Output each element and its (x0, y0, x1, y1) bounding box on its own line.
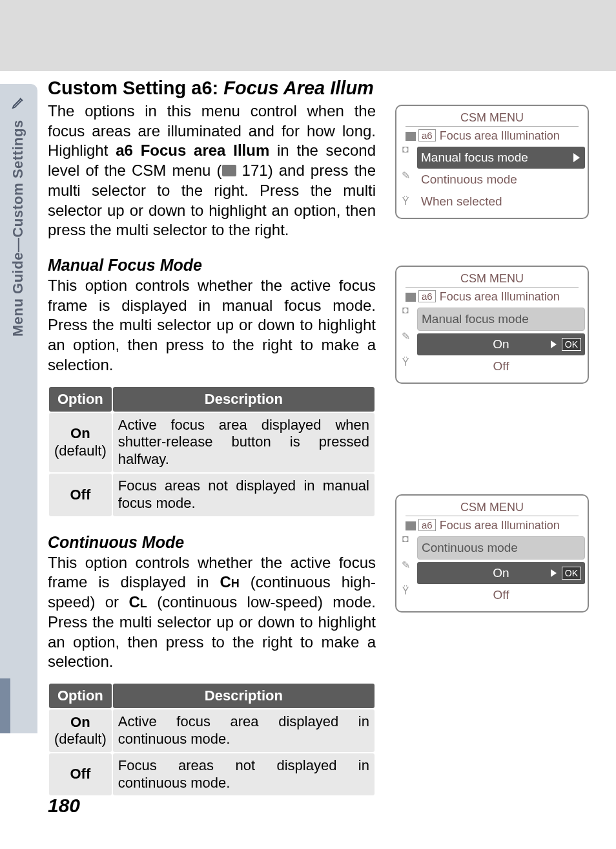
col-option: Option (49, 684, 112, 708)
intro-paragraph: The options in this menu control when th… (48, 101, 376, 240)
opt-off-desc: Focus areas not displayed in continuous … (113, 753, 375, 796)
wrench-icon: Ÿ (402, 196, 409, 207)
menu-item-manual-focus[interactable]: Manual focus mode (417, 147, 585, 169)
manual-options-table: Option Description On(default) Active fo… (48, 386, 376, 518)
pencil-icon: ✎ (402, 330, 410, 342)
option-on-selected[interactable]: OnOK (417, 562, 585, 584)
camera-icon: ◘ (402, 533, 409, 545)
play-icon (406, 293, 416, 302)
opt-on: On (70, 714, 90, 730)
screen-sub-text: Focus area Illumination (440, 290, 560, 303)
pencil-icon: ✎ (402, 559, 410, 571)
screen-title: CSM MENU (406, 272, 579, 288)
manual-ref-icon (222, 165, 236, 176)
ok-badge: OK (562, 338, 581, 351)
camera-icon: ◘ (402, 304, 409, 316)
page-title: Custom Setting a6: Focus Area Illum (48, 78, 376, 99)
csm-screen-continuous: CSM MENU a6Focus area Illumination ◘ ✎ Ÿ… (395, 494, 589, 613)
table-row: On(default) Active focus area displayed … (49, 709, 375, 752)
chevron-right-icon (573, 153, 580, 162)
opt-off-desc: Focus areas not displayed in manual focu… (113, 474, 375, 516)
screen-idx: a6 (418, 290, 436, 302)
opt-on: On (70, 425, 90, 441)
screen-icon-column: ◘ ✎ Ÿ (399, 533, 412, 597)
page-top-band (0, 0, 616, 71)
title-italic: Focus Area Illum (223, 78, 374, 98)
menu-item-when-selected[interactable]: When selected (417, 191, 585, 213)
table-row: Off Focus areas not displayed in continu… (49, 753, 375, 796)
screen-title: CSM MENU (406, 501, 579, 516)
sidebar-accent-bar (0, 678, 10, 733)
col-description: Description (113, 684, 375, 708)
option-off[interactable]: Off (417, 355, 585, 377)
csm-screen-main: CSM MENU a6Focus area Illumination ◘ ✎ Ÿ… (395, 105, 589, 219)
screen-idx: a6 (418, 519, 436, 531)
sidebar-section-label: Menu Guide—Custom Settings (4, 94, 32, 339)
title-prefix: Custom Setting a6: (48, 78, 223, 98)
opt-default: (default) (54, 443, 107, 459)
screen-subtitle: a6Focus area Illumination (406, 519, 585, 532)
screen-icon-column: ◘ ✎ Ÿ (399, 143, 412, 207)
col-option: Option (49, 387, 112, 412)
submenu-header: Manual focus mode (417, 308, 585, 331)
cont-cl: C (128, 593, 139, 611)
item-label: Manual focus mode (421, 151, 528, 164)
screen-icon-column: ◘ ✎ Ÿ (399, 304, 412, 368)
screen-sub-text: Focus area Illumination (440, 129, 560, 142)
wrench-icon: Ÿ (402, 585, 409, 597)
page-number: 180 (48, 795, 80, 817)
option-off[interactable]: Off (417, 584, 585, 606)
cont-cl-sub: L (140, 597, 147, 610)
screen-sub-text: Focus area Illumination (440, 519, 560, 532)
table-row: On(default) Active focus area displayed … (49, 413, 375, 472)
pencil-icon: ✎ (402, 169, 410, 182)
opt-on-desc: Active focus area displayed in continuou… (113, 709, 375, 752)
play-icon (406, 521, 416, 530)
manual-body: This option controls whether the active … (48, 276, 376, 375)
csm-screen-manual: CSM MENU a6Focus area Illumination ◘ ✎ Ÿ… (395, 266, 589, 384)
menu-item-continuous[interactable]: Continuous mode (417, 169, 585, 191)
manual-heading: Manual Focus Mode (48, 256, 376, 275)
option-label: On (493, 337, 509, 351)
opt-off: Off (49, 474, 112, 516)
cont-ch-sub: H (231, 577, 240, 590)
option-on-selected[interactable]: OnOK (417, 333, 585, 355)
option-label: On (493, 566, 509, 580)
chevron-right-icon (551, 341, 557, 348)
screen-subtitle: a6Focus area Illumination (406, 129, 585, 143)
screen-title: CSM MENU (406, 111, 579, 127)
screen-idx: a6 (418, 129, 436, 142)
screen-subtitle: a6Focus area Illumination (406, 290, 585, 304)
ok-badge: OK (562, 567, 581, 580)
opt-off: Off (49, 753, 112, 796)
continuous-options-table: Option Description On(default) Active fo… (48, 682, 376, 797)
continuous-heading: Continuous Mode (48, 533, 376, 552)
cont-ch: C (220, 573, 231, 591)
play-icon (406, 132, 416, 141)
continuous-body: This option controls whether the active … (48, 553, 376, 672)
chevron-right-icon (551, 569, 557, 577)
wrench-icon: Ÿ (402, 357, 409, 368)
opt-default: (default) (54, 731, 107, 748)
intro-bold: a6 Focus area Illum (116, 142, 269, 159)
camera-icon: ◘ (402, 143, 409, 155)
submenu-header: Continuous mode (417, 536, 585, 560)
col-description: Description (113, 387, 375, 412)
table-row: Off Focus areas not displayed in manual … (49, 474, 375, 516)
opt-on-desc: Active focus area displayed when shutter… (113, 413, 375, 472)
